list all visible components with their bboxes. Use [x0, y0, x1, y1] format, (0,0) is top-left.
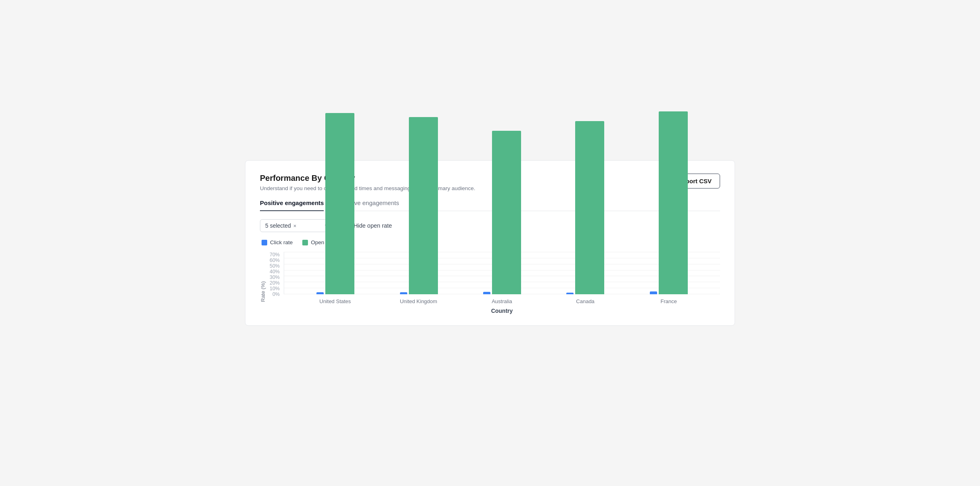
x-axis-label: Australia	[460, 298, 544, 304]
y-axis: 70%60%50%40%30%20%10%0%	[267, 252, 284, 314]
y-axis-label: 50%	[270, 263, 280, 269]
y-axis-label: 70%	[270, 252, 280, 258]
x-axis-title: Country	[284, 308, 720, 314]
bars-area	[284, 252, 720, 294]
bar-groups	[284, 252, 720, 294]
y-axis-label: 60%	[270, 258, 280, 263]
bar-group	[544, 121, 627, 294]
legend-click-rate: Click rate	[262, 239, 293, 245]
y-axis-label: 0%	[272, 291, 280, 297]
selected-count-text: 5 selected	[265, 222, 291, 229]
x-axis-label: United States	[293, 298, 377, 304]
x-axis-label: Canada	[544, 298, 627, 304]
bar-group	[377, 117, 460, 294]
chart-inner: United StatesUnited KingdomAustraliaCana…	[284, 252, 720, 314]
x-axis-label: France	[627, 298, 710, 304]
bar-open-rate	[492, 131, 521, 294]
bar-click-rate	[400, 292, 407, 294]
bar-click-rate	[483, 292, 490, 294]
x-axis: United StatesUnited KingdomAustraliaCana…	[284, 294, 720, 304]
selected-count-badge: 5 selected ×	[265, 222, 296, 229]
chart-wrapper: Rate (%) 70%60%50%40%30%20%10%0% United …	[260, 252, 720, 314]
y-axis-label: 40%	[270, 269, 280, 274]
chart-area: 70%60%50%40%30%20%10%0% United StatesUni…	[267, 252, 720, 314]
bar-group	[461, 131, 544, 294]
click-rate-legend-label: Click rate	[270, 239, 293, 245]
bar-open-rate	[659, 111, 688, 294]
bar-open-rate	[575, 121, 604, 294]
bar-click-rate	[650, 291, 657, 294]
y-axis-label: 10%	[270, 286, 280, 291]
bar-group	[627, 111, 710, 294]
click-rate-color-swatch	[262, 240, 267, 245]
bar-open-rate	[325, 113, 354, 294]
y-axis-title: Rate (%)	[260, 252, 266, 314]
y-axis-label: 30%	[270, 274, 280, 280]
x-axis-label: United Kingdom	[377, 298, 461, 304]
bar-click-rate	[316, 292, 324, 294]
bar-click-rate	[566, 293, 574, 294]
y-axis-label: 20%	[270, 280, 280, 286]
bar-group	[294, 113, 377, 294]
performance-card: Performance By Country Understand if you…	[245, 160, 735, 326]
bar-open-rate	[409, 117, 438, 294]
